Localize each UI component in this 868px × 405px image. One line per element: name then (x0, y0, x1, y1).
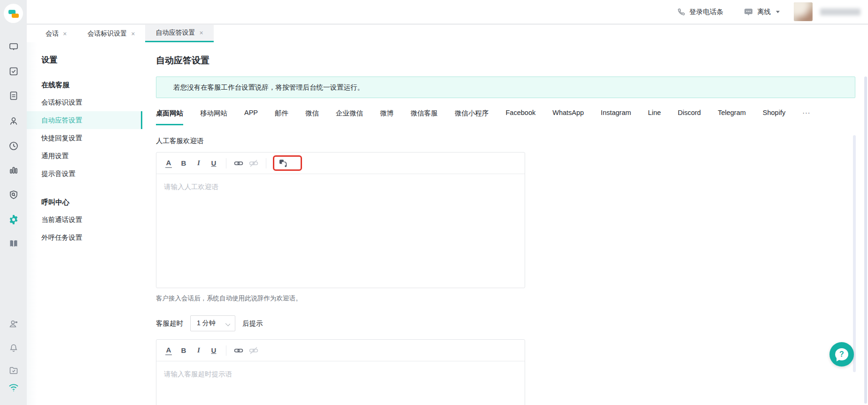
welcome-label: 人工客服欢迎语 (156, 137, 868, 145)
sidebar-item-quick-reply-settings[interactable]: 快捷回复设置 (27, 129, 142, 147)
logo-shape-amber (12, 14, 19, 18)
app-logo[interactable] (4, 4, 23, 23)
underline-button[interactable]: U (206, 343, 221, 358)
bold-button[interactable]: B (176, 156, 191, 171)
notification-bell-icon[interactable] (0, 342, 27, 353)
tab-label: 会话 (46, 30, 59, 38)
sidebar-item-sound-settings[interactable]: 提示音设置 (27, 165, 142, 183)
channel-tab-instagram[interactable]: Instagram (601, 109, 631, 122)
underline-button[interactable]: U (206, 156, 221, 171)
help-bubble-icon: ? (835, 348, 848, 360)
avatar-blur (794, 2, 813, 21)
network-wifi-icon[interactable] (0, 382, 27, 393)
channel-tab-wechat-miniprogram[interactable]: 微信小程序 (455, 109, 489, 124)
tab-close-icon[interactable]: × (131, 31, 135, 37)
login-phone-bar-label: 登录电话条 (690, 8, 724, 16)
document-icon[interactable] (0, 90, 27, 101)
page-scrollbar[interactable] (864, 76, 867, 404)
font-color-button[interactable]: A (161, 343, 176, 358)
toolbar-divider (226, 158, 226, 168)
notice-text: 若您没有在客服工作台设置说辞，将按管理后台统一设置运行。 (173, 83, 364, 92)
italic-button[interactable]: I (191, 156, 206, 171)
bold-button[interactable]: B (176, 343, 191, 358)
page-title: 自动应答设置 (156, 54, 868, 67)
remove-link-button[interactable] (246, 343, 261, 358)
channel-tab-email[interactable]: 邮件 (275, 109, 288, 124)
history-clock-icon[interactable] (0, 140, 27, 152)
channel-tab-line[interactable]: Line (648, 109, 661, 122)
tab-close-icon[interactable]: × (63, 31, 67, 37)
channel-tab-wecom[interactable]: 企业微信 (336, 109, 363, 124)
toolbar-divider (226, 345, 226, 356)
tab-close-icon[interactable]: × (199, 30, 203, 36)
tab-label: 自动应答设置 (155, 29, 195, 37)
channel-tab-telegram[interactable]: Telegram (718, 109, 746, 122)
settings-gear-icon[interactable] (0, 214, 27, 225)
welcome-editor-placeholder: 请输入人工欢迎语 (164, 183, 218, 191)
translate-button[interactable] (278, 159, 288, 168)
window-tab-session-tag-settings[interactable]: 会话标识设置 × (77, 25, 145, 42)
timeout-editor-placeholder: 请输入客服超时提示语 (164, 370, 232, 378)
sidebar-section-online-service: 在线客服 (27, 81, 142, 90)
tab-label: 会话标识设置 (87, 30, 127, 38)
login-phone-bar-button[interactable]: 登录电话条 (677, 8, 724, 16)
quality-inspect-shield-icon[interactable] (0, 189, 27, 200)
font-color-button[interactable]: A (161, 156, 176, 171)
sidebar-item-current-call-settings[interactable]: 当前通话设置 (27, 211, 142, 229)
channel-tab-shopify[interactable]: Shopify (763, 109, 785, 122)
agent-status-icon[interactable] (0, 318, 27, 329)
sidebar-item-outbound-task-settings[interactable]: 外呼任务设置 (27, 229, 142, 246)
status-selector[interactable]: 离线 (744, 8, 780, 16)
window-tab-session[interactable]: 会话 × (35, 25, 77, 42)
channel-tabs-more-button[interactable]: ··· (802, 109, 811, 122)
channel-tab-discord[interactable]: Discord (678, 109, 701, 122)
content-scrollbar[interactable] (853, 135, 856, 372)
channel-tab-mobile-web[interactable]: 移动网站 (200, 109, 227, 124)
status-caret-icon (776, 11, 780, 13)
top-header: 登录电话条 离线 (27, 0, 868, 23)
status-label: 离线 (757, 8, 771, 16)
channel-tab-wechat[interactable]: 微信 (305, 109, 319, 124)
insert-link-button[interactable] (231, 343, 246, 358)
phone-icon (677, 8, 685, 16)
timeout-editor-toolbar: A B I U (156, 340, 525, 361)
channel-tab-app[interactable]: APP (244, 109, 258, 122)
channel-tab-whatsapp[interactable]: WhatsApp (552, 109, 584, 122)
timeout-prefix-label: 客服超时 (156, 319, 183, 328)
insert-link-button[interactable] (231, 156, 246, 171)
welcome-helper-text: 客户接入会话后，系统自动使用此说辞作为欢迎语。 (156, 294, 868, 303)
help-question-mark: ? (839, 350, 844, 359)
sidebar-title: 设置 (27, 54, 142, 65)
timeout-setting-row: 客服超时 1 分钟 后提示 (156, 315, 868, 331)
timeout-editor: A B I U 请输入客服超时提示语 (156, 339, 525, 405)
welcome-editor-input[interactable]: 请输入人工欢迎语 (156, 174, 525, 288)
check-square-icon[interactable] (0, 66, 27, 77)
bar-chart-icon[interactable] (0, 165, 27, 176)
user-avatar[interactable] (794, 2, 813, 21)
channel-tab-facebook[interactable]: Facebook (506, 109, 536, 122)
sidebar-item-session-tag-settings[interactable]: 会话标识设置 (27, 93, 142, 111)
customer-icon[interactable] (0, 115, 27, 127)
user-name (820, 8, 860, 15)
timeout-suffix-label: 后提示 (242, 319, 263, 328)
sidebar-item-general-settings[interactable]: 通用设置 (27, 147, 142, 165)
timeout-duration-select[interactable]: 1 分钟 (190, 315, 235, 331)
channel-tab-weibo[interactable]: 微博 (380, 109, 394, 124)
sidebar-item-auto-reply-settings[interactable]: 自动应答设置 (27, 111, 142, 129)
app-window: 登录电话条 离线 会话 × 会话标识设置 × 自动应答设置 × 设 (0, 0, 868, 405)
toolbar-divider (266, 158, 266, 168)
main-content: 自动应答设置 若您没有在客服工作台设置说辞，将按管理后台统一设置运行。 桌面网站… (142, 42, 868, 405)
timeout-select-value: 1 分钟 (197, 319, 216, 328)
chat-bubble-icon[interactable] (0, 41, 27, 53)
italic-button[interactable]: I (191, 343, 206, 358)
help-button[interactable]: ? (829, 342, 854, 367)
welcome-editor-toolbar: A B I U (156, 153, 525, 174)
task-folder-icon[interactable] (0, 365, 27, 376)
channel-tab-desktop-web[interactable]: 桌面网站 (156, 109, 183, 125)
timeout-editor-input[interactable]: 请输入客服超时提示语 (156, 361, 525, 405)
tutorial-highlight-box (273, 155, 302, 171)
channel-tab-wechat-service[interactable]: 微信客服 (411, 109, 438, 124)
knowledge-book-icon[interactable] (0, 238, 27, 249)
remove-link-button[interactable] (246, 156, 261, 171)
window-tab-auto-reply-settings[interactable]: 自动应答设置 × (145, 25, 213, 42)
